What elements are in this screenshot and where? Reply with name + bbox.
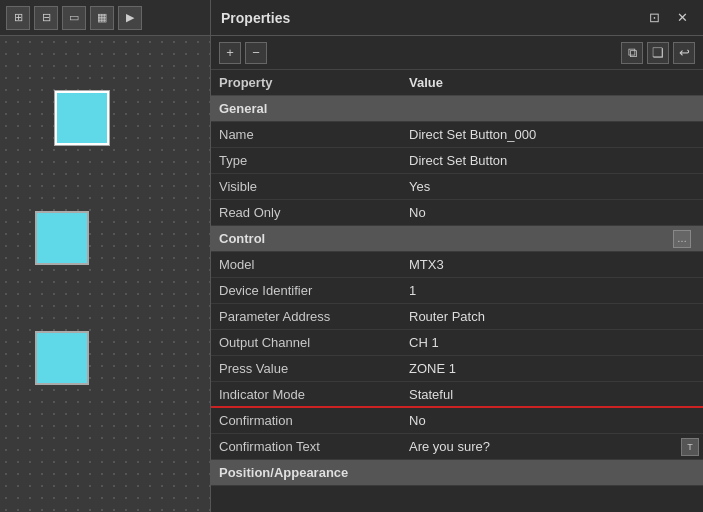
- paste-icon[interactable]: ❏: [647, 42, 669, 64]
- prop-label-visible: Visible: [211, 179, 401, 194]
- prop-label-indicator-mode: Indicator Mode: [211, 387, 401, 402]
- section-control-value: …: [401, 230, 703, 248]
- row-indicator-mode[interactable]: Indicator Mode Stateful: [211, 382, 703, 408]
- row-parameter-address[interactable]: Parameter Address Router Patch: [211, 304, 703, 330]
- control-section-button[interactable]: …: [673, 230, 691, 248]
- widget-3[interactable]: [35, 331, 89, 385]
- add-property-button[interactable]: +: [219, 42, 241, 64]
- prop-value-device-identifier: 1: [401, 283, 703, 298]
- row-read-only[interactable]: Read Only No: [211, 200, 703, 226]
- properties-panel: Properties ⊡ ✕ + − ⧉ ❏ ↩ Property Value …: [210, 0, 703, 512]
- prop-value-indicator-mode: Stateful: [401, 387, 703, 402]
- toolbar-btn-2[interactable]: ⊟: [34, 6, 58, 30]
- detach-icon[interactable]: ⊡: [643, 7, 665, 29]
- toolbar-btn-4[interactable]: ▦: [90, 6, 114, 30]
- prop-label-read-only: Read Only: [211, 205, 401, 220]
- confirmation-text-edit-button[interactable]: T: [681, 438, 699, 456]
- widget-2[interactable]: [35, 211, 89, 265]
- panel-title: Properties: [221, 10, 290, 26]
- prop-label-type: Type: [211, 153, 401, 168]
- section-position-appearance: Position/Appearance: [211, 460, 703, 486]
- prop-label-output-channel: Output Channel: [211, 335, 401, 350]
- prop-label-model: Model: [211, 257, 401, 272]
- section-control-label: Control: [211, 231, 401, 246]
- close-icon[interactable]: ✕: [671, 7, 693, 29]
- revert-icon[interactable]: ↩: [673, 42, 695, 64]
- confirmation-text-cell: Are you sure? T: [401, 438, 703, 456]
- section-position-appearance-label: Position/Appearance: [211, 465, 401, 480]
- toolbar-btn-5[interactable]: ▶: [118, 6, 142, 30]
- canvas-area[interactable]: [0, 36, 210, 512]
- prop-label-name: Name: [211, 127, 401, 142]
- section-general: General: [211, 96, 703, 122]
- row-device-identifier[interactable]: Device Identifier 1: [211, 278, 703, 304]
- panel-header: Properties ⊡ ✕: [211, 0, 703, 36]
- prop-value-visible: Yes: [401, 179, 703, 194]
- row-model[interactable]: Model MTX3: [211, 252, 703, 278]
- row-type[interactable]: Type Direct Set Button: [211, 148, 703, 174]
- prop-label-parameter-address: Parameter Address: [211, 309, 401, 324]
- row-visible[interactable]: Visible Yes: [211, 174, 703, 200]
- row-confirmation[interactable]: Confirmation No: [211, 408, 703, 434]
- table-header-row: Property Value: [211, 70, 703, 96]
- row-name[interactable]: Name Direct Set Button_000: [211, 122, 703, 148]
- panel-header-icons: ⊡ ✕: [643, 7, 693, 29]
- prop-value-confirmation-text: Are you sure?: [405, 439, 681, 454]
- toolbar2-left: + −: [219, 42, 267, 64]
- prop-label-confirmation-text: Confirmation Text: [211, 439, 401, 454]
- col-header-value: Value: [401, 75, 703, 90]
- section-control: Control …: [211, 226, 703, 252]
- prop-label-press-value: Press Value: [211, 361, 401, 376]
- row-output-channel[interactable]: Output Channel CH 1: [211, 330, 703, 356]
- row-confirmation-text[interactable]: Confirmation Text Are you sure? T: [211, 434, 703, 460]
- prop-label-confirmation: Confirmation: [211, 413, 401, 428]
- toolbar2-right: ⧉ ❏ ↩: [621, 42, 695, 64]
- prop-value-model: MTX3: [401, 257, 703, 272]
- toolbar-btn-1[interactable]: ⊞: [6, 6, 30, 30]
- property-table: Property Value General Name Direct Set B…: [211, 70, 703, 512]
- prop-value-type: Direct Set Button: [401, 153, 703, 168]
- remove-property-button[interactable]: −: [245, 42, 267, 64]
- row-press-value[interactable]: Press Value ZONE 1: [211, 356, 703, 382]
- left-toolbar: ⊞ ⊟ ▭ ▦ ▶: [0, 0, 210, 36]
- section-general-label: General: [211, 101, 401, 116]
- prop-value-read-only: No: [401, 205, 703, 220]
- col-header-property: Property: [211, 75, 401, 90]
- prop-value-name: Direct Set Button_000: [401, 127, 703, 142]
- widget-1[interactable]: [55, 91, 109, 145]
- prop-value-parameter-address: Router Patch: [401, 309, 703, 324]
- prop-value-output-channel: CH 1: [401, 335, 703, 350]
- prop-label-device-identifier: Device Identifier: [211, 283, 401, 298]
- prop-value-press-value: ZONE 1: [401, 361, 703, 376]
- prop-value-confirmation: No: [401, 413, 703, 428]
- copy-icon[interactable]: ⧉: [621, 42, 643, 64]
- properties-toolbar: + − ⧉ ❏ ↩: [211, 36, 703, 70]
- left-panel: ⊞ ⊟ ▭ ▦ ▶: [0, 0, 210, 512]
- toolbar-btn-3[interactable]: ▭: [62, 6, 86, 30]
